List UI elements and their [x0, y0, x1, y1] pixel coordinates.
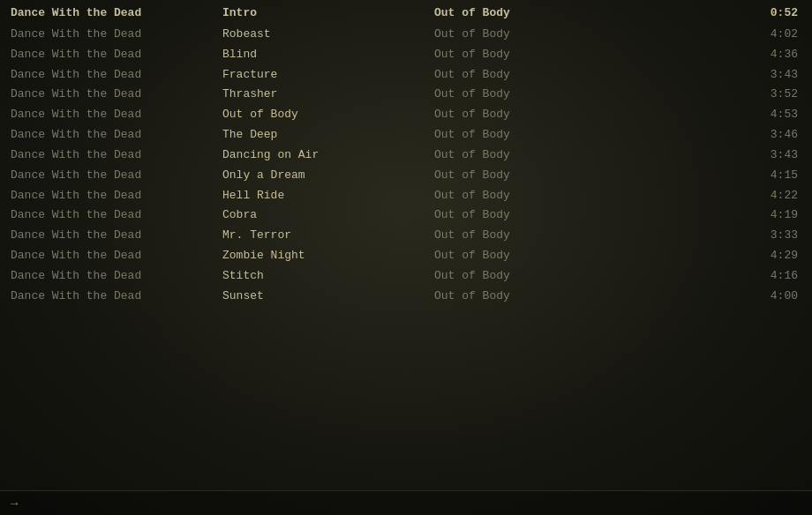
table-row[interactable]: Dance With the DeadOut of BodyOut of Bod…	[0, 105, 812, 125]
track-title: Out of Body	[222, 107, 434, 123]
track-artist: Dance With the Dead	[11, 288, 222, 305]
track-album: Out of Body	[434, 147, 611, 164]
table-row[interactable]: Dance With the DeadDancing on AirOut of …	[0, 146, 812, 166]
track-artist: Dance With the Dead	[11, 107, 222, 123]
track-time: 4:19	[611, 207, 798, 224]
track-title: Mr. Terror	[222, 228, 434, 244]
track-title: Zombie Night	[222, 248, 434, 265]
track-time: 4:53	[611, 107, 798, 123]
arrow-icon: →	[11, 496, 18, 511]
track-title: Sunset	[222, 288, 434, 305]
track-album: Out of Body	[434, 67, 611, 84]
table-row[interactable]: Dance With the DeadMr. TerrorOut of Body…	[0, 226, 812, 246]
table-row[interactable]: Dance With the DeadSunsetOut of Body4:00	[0, 287, 812, 307]
track-time: 4:02	[611, 26, 798, 43]
track-time: 3:46	[611, 127, 798, 144]
table-row[interactable]: Dance With the DeadBlindOut of Body4:36	[0, 45, 812, 65]
track-title: Dancing on Air	[222, 147, 434, 164]
header-artist: Dance With the Dead	[11, 5, 222, 22]
header-title: Intro	[222, 5, 434, 22]
track-time: 3:33	[611, 228, 798, 244]
track-time: 3:52	[611, 86, 798, 103]
track-artist: Dance With the Dead	[11, 207, 222, 224]
track-artist: Dance With the Dead	[11, 188, 222, 205]
track-time: 4:16	[611, 268, 798, 285]
track-artist: Dance With the Dead	[11, 127, 222, 144]
track-artist: Dance With the Dead	[11, 67, 222, 84]
track-title: Robeast	[222, 26, 434, 43]
table-row[interactable]: Dance With the DeadCobraOut of Body4:19	[0, 205, 812, 226]
track-album: Out of Body	[434, 168, 611, 184]
header-time: 0:52	[611, 5, 798, 22]
track-time: 4:00	[611, 288, 798, 305]
track-time: 4:22	[611, 188, 798, 205]
table-row[interactable]: Dance With the DeadHell RideOut of Body4…	[0, 186, 812, 206]
track-album: Out of Body	[434, 26, 611, 43]
table-row[interactable]: Dance With the DeadThrasherOut of Body3:…	[0, 85, 812, 105]
track-list: Dance With the Dead Intro Out of Body 0:…	[0, 0, 812, 307]
track-time: 4:15	[611, 168, 798, 184]
track-time: 4:36	[611, 47, 798, 63]
track-artist: Dance With the Dead	[11, 228, 222, 244]
track-album: Out of Body	[434, 207, 611, 224]
track-artist: Dance With the Dead	[11, 248, 222, 265]
table-row[interactable]: Dance With the DeadOnly a DreamOut of Bo…	[0, 166, 812, 186]
track-artist: Dance With the Dead	[11, 26, 222, 43]
table-row[interactable]: Dance With the DeadZombie NightOut of Bo…	[0, 246, 812, 266]
track-artist: Dance With the Dead	[11, 168, 222, 184]
track-title: Blind	[222, 47, 434, 63]
track-title: Only a Dream	[222, 168, 434, 184]
track-album: Out of Body	[434, 248, 611, 265]
track-artist: Dance With the Dead	[11, 86, 222, 103]
track-title: Fracture	[222, 67, 434, 84]
track-album: Out of Body	[434, 188, 611, 205]
track-header-row: Dance With the Dead Intro Out of Body 0:…	[0, 4, 812, 25]
track-album: Out of Body	[434, 127, 611, 144]
track-artist: Dance With the Dead	[11, 147, 222, 164]
track-title: The Deep	[222, 127, 434, 144]
table-row[interactable]: Dance With the DeadRobeastOut of Body4:0…	[0, 25, 812, 45]
table-row[interactable]: Dance With the DeadThe DeepOut of Body3:…	[0, 125, 812, 146]
table-row[interactable]: Dance With the DeadStitchOut of Body4:16	[0, 266, 812, 287]
header-album: Out of Body	[434, 5, 611, 22]
track-title: Thrasher	[222, 86, 434, 103]
track-time: 3:43	[611, 147, 798, 164]
track-title: Cobra	[222, 207, 434, 224]
track-album: Out of Body	[434, 288, 611, 305]
track-album: Out of Body	[434, 47, 611, 63]
table-row[interactable]: Dance With the DeadFractureOut of Body3:…	[0, 65, 812, 86]
track-artist: Dance With the Dead	[11, 268, 222, 285]
track-album: Out of Body	[434, 228, 611, 244]
track-album: Out of Body	[434, 107, 611, 123]
bottom-bar: →	[0, 490, 812, 515]
track-album: Out of Body	[434, 86, 611, 103]
track-time: 3:43	[611, 67, 798, 84]
track-album: Out of Body	[434, 268, 611, 285]
track-time: 4:29	[611, 248, 798, 265]
track-title: Hell Ride	[222, 188, 434, 205]
track-title: Stitch	[222, 268, 434, 285]
track-artist: Dance With the Dead	[11, 47, 222, 63]
